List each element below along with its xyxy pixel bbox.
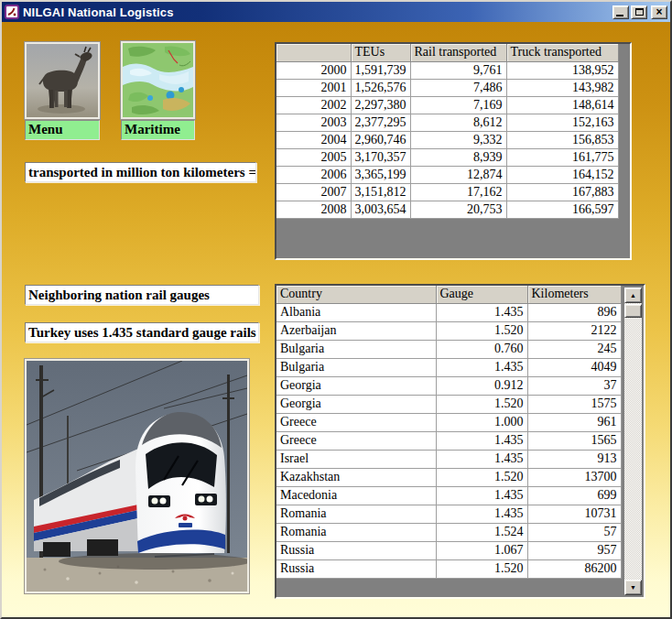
table-row[interactable]: Albania1.435896 xyxy=(276,303,621,321)
table-cell[interactable]: Romania xyxy=(276,523,436,541)
table-cell[interactable]: 0.912 xyxy=(436,376,527,395)
table-cell[interactable]: 0.760 xyxy=(436,340,527,358)
table-row[interactable]: Israel1.435913 xyxy=(276,450,621,468)
table-cell[interactable]: 2122 xyxy=(527,321,621,340)
table-row[interactable]: Romania1.43510731 xyxy=(276,505,621,523)
table-cell[interactable]: 1.435 xyxy=(436,358,527,376)
table-row[interactable]: 20053,170,3578,939161,775 xyxy=(276,148,618,166)
table-row[interactable]: 20001,591,7399,761138,952 xyxy=(276,61,618,79)
maximize-button[interactable] xyxy=(631,5,647,19)
table-row[interactable]: Russia1.52086200 xyxy=(276,559,621,578)
table-cell[interactable]: 7,486 xyxy=(410,79,506,96)
table-cell[interactable]: 1575 xyxy=(527,395,621,413)
table-cell[interactable]: 3,170,357 xyxy=(351,148,410,166)
table-cell[interactable]: 1.000 xyxy=(436,413,527,431)
table-row[interactable]: 20042,960,7469,332156,853 xyxy=(276,131,618,148)
table-cell[interactable]: 161,775 xyxy=(506,148,618,166)
table-cell[interactable]: 2005 xyxy=(276,148,351,166)
table-cell[interactable]: 2,377,295 xyxy=(351,114,410,131)
table-row[interactable]: Bulgaria1.4354049 xyxy=(276,358,621,376)
table-cell[interactable]: 164,152 xyxy=(506,166,618,183)
maritime-button[interactable]: Maritime xyxy=(121,41,195,140)
table-cell[interactable]: 2006 xyxy=(276,166,351,183)
table-cell[interactable]: 152,163 xyxy=(506,114,618,131)
gauge-table-scrollbar[interactable]: ▲ ▼ xyxy=(624,288,642,595)
table-row[interactable]: Romania1.52457 xyxy=(276,523,621,541)
table-cell[interactable]: 167,883 xyxy=(506,183,618,201)
table-row[interactable]: Azerbaijan1.5202122 xyxy=(276,321,621,340)
table-cell[interactable]: 1.524 xyxy=(436,523,527,541)
transport-table[interactable]: TEUsRail transportedTruck transported 20… xyxy=(275,42,632,260)
minimize-button[interactable] xyxy=(612,5,629,19)
table-cell[interactable]: 2,297,380 xyxy=(351,96,410,114)
table-cell[interactable]: 699 xyxy=(527,486,621,505)
table-row[interactable]: 20063,365,19912,874164,152 xyxy=(276,166,618,183)
table-cell[interactable]: Russia xyxy=(276,541,436,559)
table-row[interactable]: Bulgaria0.760245 xyxy=(276,340,621,358)
table-cell[interactable]: Russia xyxy=(276,559,436,578)
table-cell[interactable]: Romania xyxy=(276,505,436,523)
table-row[interactable]: Georgia1.5201575 xyxy=(276,395,621,413)
table-cell[interactable]: 9,761 xyxy=(410,61,506,79)
table-cell[interactable]: 1.520 xyxy=(436,395,527,413)
table-cell[interactable]: 20,753 xyxy=(410,201,506,218)
table-cell[interactable]: 9,332 xyxy=(410,131,506,148)
table-cell[interactable]: 17,162 xyxy=(410,183,506,201)
table-cell[interactable]: 86200 xyxy=(527,559,621,578)
table-cell[interactable]: 12,874 xyxy=(410,166,506,183)
table-cell[interactable]: Bulgaria xyxy=(276,358,436,376)
table-cell[interactable]: 3,365,199 xyxy=(351,166,410,183)
table-row[interactable]: Georgia0.91237 xyxy=(276,376,621,395)
table-cell[interactable]: 166,597 xyxy=(506,201,618,218)
table-cell[interactable]: 1565 xyxy=(527,431,621,450)
table-cell[interactable]: 8,939 xyxy=(410,148,506,166)
table-cell[interactable]: 1.520 xyxy=(436,559,527,578)
scroll-down-button[interactable]: ▼ xyxy=(624,580,642,595)
table-cell[interactable]: Greece xyxy=(276,431,436,450)
title-bar[interactable]: NILGAI National Logistics × xyxy=(2,2,670,22)
table-cell[interactable]: Kazakhstan xyxy=(276,468,436,486)
table-cell[interactable]: 57 xyxy=(527,523,621,541)
gauge-table[interactable]: CountryGaugeKilometers Albania1.435896Az… xyxy=(275,284,645,599)
close-button[interactable]: × xyxy=(651,5,667,19)
table-cell[interactable]: 1.435 xyxy=(436,505,527,523)
scroll-up-button[interactable]: ▲ xyxy=(624,288,642,303)
table-cell[interactable]: 138,952 xyxy=(506,61,618,79)
table-row[interactable]: Greece1.4351565 xyxy=(276,431,621,450)
table-cell[interactable]: Bulgaria xyxy=(276,340,436,358)
table-cell[interactable]: Greece xyxy=(276,413,436,431)
table-cell[interactable]: Georgia xyxy=(276,395,436,413)
scrollbar-thumb[interactable] xyxy=(624,304,642,318)
table-cell[interactable]: Georgia xyxy=(276,376,436,395)
table-row[interactable]: 20011,526,5767,486143,982 xyxy=(276,79,618,96)
table-cell[interactable]: 37 xyxy=(527,376,621,395)
table-cell[interactable]: 2002 xyxy=(276,96,351,114)
table-cell[interactable]: 2008 xyxy=(276,201,351,218)
table-cell[interactable]: 245 xyxy=(527,340,621,358)
table-cell[interactable]: 7,169 xyxy=(410,96,506,114)
table-cell[interactable]: 1.520 xyxy=(436,468,527,486)
table-cell[interactable]: Macedonia xyxy=(276,486,436,505)
table-row[interactable]: 20073,151,81217,162167,883 xyxy=(276,183,618,201)
table-row[interactable]: 20022,297,3807,169148,614 xyxy=(276,96,618,114)
table-cell[interactable]: 1.435 xyxy=(436,303,527,321)
table-cell[interactable]: 3,151,812 xyxy=(351,183,410,201)
table-cell[interactable]: 2007 xyxy=(276,183,351,201)
table-cell[interactable]: 1,526,576 xyxy=(351,79,410,96)
table-cell[interactable]: 13700 xyxy=(527,468,621,486)
table-cell[interactable]: 148,614 xyxy=(506,96,618,114)
table-cell[interactable]: 3,003,654 xyxy=(351,201,410,218)
table-cell[interactable]: 1.435 xyxy=(436,450,527,468)
table-cell[interactable]: 2003 xyxy=(276,114,351,131)
table-row[interactable]: Kazakhstan1.52013700 xyxy=(276,468,621,486)
table-row[interactable]: Greece1.000961 xyxy=(276,413,621,431)
table-cell[interactable]: 1.435 xyxy=(436,431,527,450)
table-cell[interactable]: 957 xyxy=(527,541,621,559)
table-row[interactable]: 20032,377,2958,612152,163 xyxy=(276,114,618,131)
table-row[interactable]: Russia1.067957 xyxy=(276,541,621,559)
menu-button[interactable]: Menu xyxy=(25,42,100,140)
table-cell[interactable]: 2,960,746 xyxy=(351,131,410,148)
table-cell[interactable]: 8,612 xyxy=(410,114,506,131)
table-cell[interactable]: 4049 xyxy=(527,358,621,376)
table-cell[interactable]: 1.435 xyxy=(436,486,527,505)
